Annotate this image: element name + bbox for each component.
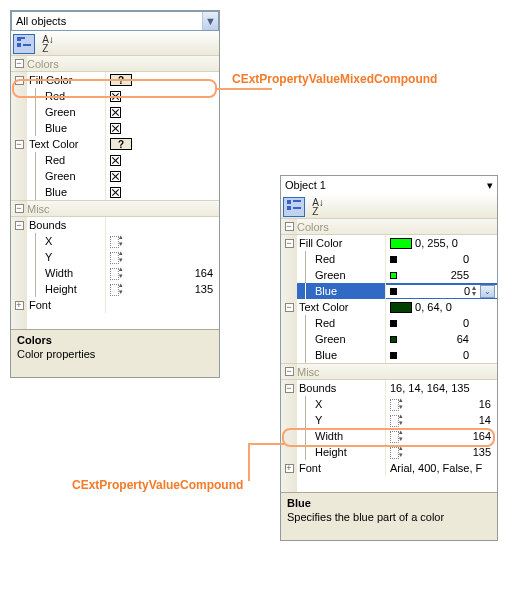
prop-value[interactable]: 0	[386, 349, 497, 361]
mixed-indicator-icon	[110, 107, 121, 118]
prop-fill-blue[interactable]: Blue	[11, 120, 219, 136]
expand-icon[interactable]: +	[285, 464, 294, 473]
prop-fill-color[interactable]: − Fill Color 0, 255, 0	[281, 235, 497, 251]
prop-width[interactable]: Width 164	[11, 265, 219, 281]
description-pane: Blue Specifies the blue part of a color	[281, 492, 497, 540]
desc-text: Color properties	[17, 348, 213, 360]
prop-name: Font	[297, 462, 385, 474]
prop-value[interactable]	[106, 123, 219, 134]
color-swatch-icon	[390, 302, 412, 313]
prop-fill-blue-selected[interactable]: Blue 0 ▴▾ ⌄	[281, 283, 497, 299]
prop-name: Green	[43, 106, 105, 118]
chevron-down-icon[interactable]: ▾	[487, 179, 497, 192]
collapse-icon[interactable]: −	[285, 384, 294, 393]
prop-bounds[interactable]: − Bounds 16, 14, 164, 135	[281, 380, 497, 396]
mixed-indicator-icon	[110, 123, 121, 134]
mixed-indicator-icon	[110, 171, 121, 182]
prop-fill-red[interactable]: Red 0	[281, 251, 497, 267]
prop-value[interactable]: 135	[386, 446, 497, 458]
prop-name: Height	[313, 446, 385, 458]
prop-value[interactable]: 0, 255, 0	[386, 237, 497, 249]
categorized-view-button[interactable]	[13, 34, 35, 54]
prop-width[interactable]: Width 164	[281, 428, 497, 444]
color-chip-icon	[390, 256, 397, 263]
categorized-view-button[interactable]	[283, 197, 305, 217]
prop-fill-color[interactable]: − Fill Color ?	[11, 72, 219, 88]
prop-fill-green[interactable]: Green	[11, 104, 219, 120]
prop-name: Y	[313, 414, 385, 426]
mixed-value-icon: ?	[110, 74, 132, 86]
prop-fill-red[interactable]: Red	[11, 88, 219, 104]
prop-value[interactable]: 64	[386, 333, 497, 345]
prop-value[interactable]	[106, 234, 219, 248]
prop-value[interactable]	[106, 250, 219, 264]
prop-value[interactable]: 255	[386, 269, 497, 281]
prop-value[interactable]: 0, 64, 0	[386, 301, 497, 313]
prop-value[interactable]: 0	[386, 253, 497, 265]
collapse-icon[interactable]: −	[285, 303, 294, 312]
prop-value[interactable]: 16, 14, 164, 135	[386, 382, 497, 394]
prop-value[interactable]: 164	[386, 430, 497, 442]
collapse-icon[interactable]: −	[285, 222, 294, 231]
prop-value[interactable]: Arial, 400, False, F	[386, 462, 497, 474]
prop-y[interactable]: Y 14	[281, 412, 497, 428]
annotation-connector	[248, 443, 284, 445]
prop-value[interactable]	[106, 187, 219, 198]
prop-name: Green	[313, 333, 385, 345]
property-grid-body: − Colors − Fill Color 0, 255, 0 Red 0 Gr…	[281, 218, 497, 492]
collapse-icon[interactable]: −	[15, 140, 24, 149]
prop-value[interactable]: 0	[386, 317, 497, 329]
prop-value[interactable]: ?	[106, 74, 219, 86]
empty-row	[11, 313, 219, 329]
prop-name: Font	[27, 299, 105, 311]
prop-x[interactable]: X	[11, 233, 219, 249]
prop-x[interactable]: X 16	[281, 396, 497, 412]
prop-fill-green[interactable]: Green 255	[281, 267, 497, 283]
object-selector-combo[interactable]: Object 1 ▾	[281, 176, 497, 194]
collapse-icon[interactable]: −	[15, 221, 24, 230]
prop-text-red[interactable]: Red	[11, 152, 219, 168]
category-colors[interactable]: − Colors	[281, 218, 497, 235]
prop-value[interactable]	[106, 107, 219, 118]
alphabetical-view-button[interactable]: A↓Z	[37, 34, 59, 54]
prop-text-blue[interactable]: Blue 0	[281, 347, 497, 363]
prop-font[interactable]: + Font Arial, 400, False, F	[281, 460, 497, 476]
prop-value[interactable]: 164	[106, 267, 219, 279]
prop-text-green[interactable]: Green 64	[281, 331, 497, 347]
category-misc[interactable]: − Misc	[11, 200, 219, 217]
chevron-down-icon[interactable]: ⌄	[480, 285, 495, 298]
color-chip-icon	[390, 272, 397, 279]
prop-value[interactable]	[106, 171, 219, 182]
collapse-icon[interactable]: −	[15, 204, 24, 213]
prop-y[interactable]: Y	[11, 249, 219, 265]
color-chip-icon	[390, 288, 397, 295]
prop-text-color[interactable]: − Text Color ?	[11, 136, 219, 152]
category-colors[interactable]: − Colors	[11, 55, 219, 72]
collapse-icon[interactable]: −	[15, 76, 24, 85]
chevron-down-icon[interactable]: ▼	[202, 12, 218, 30]
category-misc[interactable]: − Misc	[281, 363, 497, 380]
prop-bounds[interactable]: − Bounds	[11, 217, 219, 233]
prop-height[interactable]: Height 135	[11, 281, 219, 297]
collapse-icon[interactable]: −	[285, 239, 294, 248]
alphabetical-view-button[interactable]: A↓Z	[307, 197, 329, 217]
prop-height[interactable]: Height 135	[281, 444, 497, 460]
prop-value[interactable]: 16	[386, 398, 497, 410]
prop-font[interactable]: + Font	[11, 297, 219, 313]
property-grid-allobjects: All objects ▼ A↓Z − Colors − Fill Color …	[10, 10, 220, 378]
prop-text-red[interactable]: Red 0	[281, 315, 497, 331]
object-selector-combo[interactable]: All objects ▼	[11, 11, 219, 31]
prop-value[interactable]: 135	[106, 283, 219, 295]
expand-icon[interactable]: +	[15, 301, 24, 310]
prop-value[interactable]: 14	[386, 414, 497, 426]
prop-value[interactable]: ?	[106, 138, 219, 150]
collapse-icon[interactable]: −	[15, 59, 24, 68]
prop-text-blue[interactable]: Blue	[11, 184, 219, 200]
prop-text-color[interactable]: − Text Color 0, 64, 0	[281, 299, 497, 315]
collapse-icon[interactable]: −	[285, 367, 294, 376]
prop-value[interactable]	[106, 91, 219, 102]
prop-text-green[interactable]: Green	[11, 168, 219, 184]
prop-value[interactable]: 0 ▴▾ ⌄	[386, 285, 497, 298]
color-chip-icon	[390, 320, 397, 327]
prop-value[interactable]	[106, 155, 219, 166]
